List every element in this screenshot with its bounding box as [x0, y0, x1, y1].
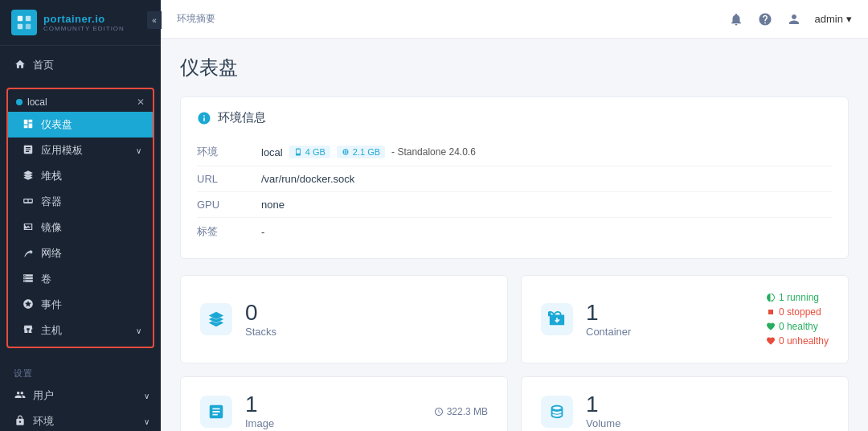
sidebar-item-stacks[interactable]: 堆栈 — [8, 163, 153, 189]
url-label: URL — [197, 173, 261, 185]
logo-sub-text: COMMUNITY EDITION — [43, 25, 125, 32]
stat-card-volumes[interactable]: 1 Volume — [521, 376, 849, 431]
containers-icon — [22, 195, 35, 209]
env-row-tags: 标签 - — [197, 218, 832, 245]
events-icon — [22, 298, 35, 312]
admin-menu-button[interactable]: admin ▾ — [815, 13, 852, 25]
sidebar-item-containers[interactable]: 容器 — [8, 189, 153, 215]
sidebar-item-environments[interactable]: 环境 ∨ — [0, 408, 161, 431]
svg-rect-3 — [26, 24, 31, 29]
sidebar-item-hosts[interactable]: 主机 ∨ — [8, 318, 153, 343]
sidebar-item-dashboard-label: 仪表盘 — [41, 117, 72, 132]
sidebar-item-networks-label: 网络 — [41, 246, 62, 261]
images-size-text: 322.3 MB — [447, 406, 488, 417]
env-badge-cpu: 4 GB — [289, 146, 330, 158]
volumes-stat-body: 1 Volume — [586, 393, 829, 429]
env-row-gpu: GPU none — [197, 192, 832, 218]
hosts-chevron: ∨ — [136, 326, 141, 335]
sidebar-settings-section: 设置 用户 ∨ 环境 ∨ 镜像合库 ⋯ ... — [0, 351, 161, 431]
images-meta: 322.3 MB — [434, 406, 488, 417]
svg-rect-0 — [18, 16, 23, 21]
logo-area: portainer.io COMMUNITY EDITION « — [0, 0, 161, 46]
env-row-url: URL /var/run/docker.sock — [197, 166, 832, 192]
home-icon — [14, 59, 27, 72]
containers-stopped: 0 stopped — [766, 306, 829, 318]
admin-label: admin — [815, 13, 843, 25]
containers-number: 1 — [586, 302, 753, 324]
breadcrumb: 环境摘要 — [177, 12, 215, 26]
hosts-icon — [22, 324, 35, 338]
containers-healthy: 0 healthy — [766, 321, 829, 332]
sidebar-item-users-label: 用户 — [33, 388, 54, 403]
sidebar-item-images[interactable]: 镜像 — [8, 215, 153, 240]
stat-card-images[interactable]: 1 Image 322.3 MB — [180, 376, 508, 431]
images-label: Image — [245, 417, 421, 429]
environment-header: local ✕ — [8, 92, 153, 112]
sidebar-item-containers-label: 容器 — [41, 195, 62, 209]
sidebar-item-home[interactable]: 首页 — [0, 52, 161, 78]
sidebar-item-stacks-label: 堆栈 — [41, 169, 62, 183]
env-header-left: local — [16, 96, 47, 108]
topbar: 环境摘要 admin ▾ — [161, 0, 868, 39]
containers-stat-body: 1 Container — [586, 302, 753, 338]
sidebar-item-app-templates-label: 应用模板 — [41, 143, 83, 158]
users-chevron: ∨ — [144, 392, 149, 400]
svg-rect-2 — [26, 16, 31, 21]
sidebar-item-dashboard[interactable]: 仪表盘 — [8, 112, 153, 138]
containers-stopped-text: 0 stopped — [779, 306, 821, 318]
bell-icon[interactable] — [728, 11, 744, 27]
users-icon — [14, 389, 27, 403]
sidebar-item-users[interactable]: 用户 ∨ — [0, 383, 161, 408]
stat-card-containers[interactable]: 1 Container 1 running 0 stopped 0 health… — [521, 275, 849, 363]
volumes-stat-icon — [541, 396, 573, 428]
images-icon — [22, 221, 35, 235]
images-size: 322.3 MB — [434, 406, 488, 417]
env-close-button[interactable]: ✕ — [137, 96, 145, 108]
stacks-stat-body: 0 Stacks — [245, 302, 488, 338]
containers-label: Container — [586, 326, 753, 338]
env-info-title: 环境信息 — [218, 110, 266, 125]
stacks-label: Stacks — [245, 326, 488, 338]
volumes-number: 1 — [586, 393, 829, 416]
sidebar-item-app-templates[interactable]: 应用模板 ∨ — [8, 138, 153, 163]
tags-label: 标签 — [197, 224, 261, 239]
breadcrumb-parent: 环境摘要 — [177, 12, 215, 26]
sidebar-item-volumes-label: 卷 — [41, 272, 51, 286]
images-number: 1 — [245, 393, 421, 416]
environment-box: local ✕ 仪表盘 应用模板 ∨ 堆栈 — [6, 88, 154, 348]
sidebar-item-volumes[interactable]: 卷 — [8, 266, 153, 292]
containers-running: 1 running — [766, 292, 829, 303]
logo-text: portainer.io COMMUNITY EDITION — [43, 13, 125, 32]
env-name-value: local — [261, 146, 283, 158]
sidebar-home-label: 首页 — [33, 58, 54, 72]
containers-unhealthy: 0 unhealthy — [766, 335, 829, 347]
env-row-environment: 环境 local 4 GB 2.1 GB - Standalone 24.0.6 — [197, 138, 832, 166]
topbar-right: admin ▾ — [728, 11, 852, 27]
sidebar-collapse-button[interactable]: « — [147, 11, 162, 29]
env-label: 环境 — [197, 145, 261, 159]
main-content: 环境摘要 admin ▾ 仪表盘 环境信息 — [161, 0, 868, 431]
containers-meta: 1 running 0 stopped 0 healthy 0 unhealth… — [766, 292, 829, 347]
env-standalone: - Standalone 24.0.6 — [391, 146, 476, 158]
sidebar-item-images-label: 镜像 — [41, 220, 62, 235]
tags-value: - — [261, 226, 264, 238]
help-icon[interactable] — [757, 11, 773, 27]
sidebar-item-events[interactable]: 事件 — [8, 292, 153, 318]
env-value: local 4 GB 2.1 GB - Standalone 24.0.6 — [261, 146, 476, 158]
url-value: /var/run/docker.sock — [261, 173, 354, 185]
gpu-value: none — [261, 199, 285, 211]
sidebar-item-hosts-label: 主机 — [41, 323, 62, 338]
admin-chevron: ▾ — [846, 13, 852, 25]
containers-healthy-text: 0 healthy — [779, 321, 818, 332]
sidebar-item-networks[interactable]: 网络 — [8, 240, 153, 266]
app-templates-icon — [22, 144, 35, 158]
stacks-icon — [22, 170, 35, 183]
volumes-icon — [22, 273, 35, 286]
stacks-stat-icon — [200, 303, 232, 335]
stat-card-stacks[interactable]: 0 Stacks — [180, 275, 508, 363]
user-icon[interactable] — [786, 11, 802, 27]
logo-main-text: portainer.io — [43, 13, 125, 25]
volumes-label: Volume — [586, 417, 829, 429]
env-name: local — [27, 96, 47, 108]
content-area: 仪表盘 环境信息 环境 local 4 GB 2.1 GB — [161, 39, 868, 431]
